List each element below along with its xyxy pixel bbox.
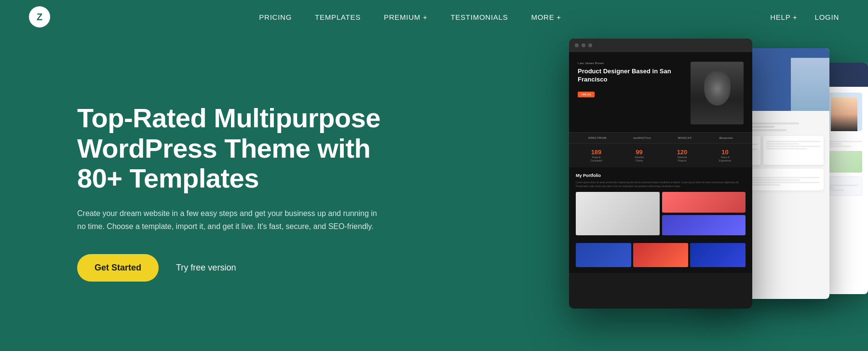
nav-help[interactable]: HELP + (770, 13, 797, 21)
stat-1: 189 ProjectsCompleted (575, 148, 618, 162)
inner-logo-2: moDUCTno (633, 136, 651, 139)
inner-stats: 189 ProjectsCompleted 99 SatisfiedClient… (569, 144, 752, 167)
try-free-button[interactable]: Try free version (176, 263, 236, 273)
browser-content: I am James Brown Product Designer Based … (569, 52, 752, 273)
stat-label-3: SelectedProjects (661, 156, 704, 162)
hero-mockup: I am James Brown Product Designer Based … (453, 24, 868, 351)
inner-title: Product Designer Based in San Francisco (578, 68, 686, 84)
side1-person (791, 58, 829, 111)
browser-dot-green (588, 43, 592, 47)
portfolio-item-2 (662, 192, 746, 213)
portfolio-title: My Portfolio (576, 173, 746, 178)
get-started-button[interactable]: Get Started (77, 254, 159, 282)
nav-pricing[interactable]: PRICING (259, 13, 292, 21)
nav-more[interactable]: MORE + (531, 13, 561, 21)
hero-buttons: Get Started Try free version (77, 254, 415, 282)
inner-thumbs (569, 241, 752, 273)
inner-logos: SPECTRUM moDUCTno MOSCAT. Bespoke (569, 132, 752, 144)
nav-templates[interactable]: TEMPLATES (315, 13, 361, 21)
stat-num-4: 10 (704, 148, 746, 156)
thumb-1 (576, 243, 631, 267)
inner-portfolio: My Portfolio Lorem ipsum dolor sit amet … (569, 167, 752, 241)
stat-2: 99 SatisfiedClients (618, 148, 661, 162)
browser-bar (569, 39, 752, 52)
side2-grid-item-3 (829, 151, 862, 173)
thumb-3 (690, 243, 746, 267)
hero-title: Top-Rated Multipurpose WordPress Theme w… (77, 103, 415, 194)
nav-premium[interactable]: PREMIUM + (384, 13, 428, 21)
face-silhouette (691, 62, 744, 124)
brand-logo[interactable]: Z (29, 6, 50, 27)
navbar: Z PRICING TEMPLATES PREMIUM + TESTIMONIA… (0, 0, 868, 34)
stat-3: 120 SelectedProjects (661, 148, 704, 162)
side2-person (831, 97, 857, 131)
portfolio-grid (576, 192, 746, 235)
stat-num-1: 189 (575, 148, 618, 156)
inner-logo-4: Bespoke (719, 136, 733, 139)
hero-subtitle: Create your dream website in a few easy … (77, 207, 386, 233)
inner-logo-1: SPECTRUM (588, 136, 607, 139)
browser-dot-red (575, 43, 579, 47)
stat-label-1: ProjectsCompleted (575, 156, 618, 162)
nav-testimonials[interactable]: TESTIMONIALS (450, 13, 508, 21)
stat-4: 10 Years ofExperience (704, 148, 746, 162)
inner-hero-image (691, 62, 744, 124)
portfolio-desc: Lorem ipsum dolor sit amet consectetur a… (576, 181, 746, 188)
inner-hero-text: I am James Brown Product Designer Based … (578, 62, 686, 124)
stat-num-3: 120 (661, 148, 704, 156)
hero-content: Top-Rated Multipurpose WordPress Theme w… (77, 103, 415, 282)
thumb-2 (633, 243, 689, 267)
stat-num-2: 99 (618, 148, 661, 156)
hero-section: Top-Rated Multipurpose WordPress Theme w… (0, 34, 868, 351)
portfolio-item-3 (662, 215, 746, 236)
stat-label-4: Years ofExperience (704, 156, 746, 162)
side1-card-2 (763, 136, 824, 165)
inner-eyebrow: I am James Brown (578, 62, 686, 65)
portfolio-item-1 (576, 192, 660, 235)
stat-label-2: SatisfiedClients (618, 156, 661, 162)
side1-card-lines-2 (766, 141, 821, 149)
nav-login[interactable]: LOGIN (815, 13, 839, 21)
nav-center: PRICING TEMPLATES PREMIUM + TESTIMONIALS… (259, 13, 561, 21)
nav-right: HELP + LOGIN (770, 13, 839, 21)
inner-cta: HIRE ME (578, 92, 595, 97)
inner-hero: I am James Brown Product Designer Based … (569, 52, 752, 132)
inner-logo-3: MOSCAT. (678, 136, 692, 139)
browser-dot-yellow (582, 43, 585, 47)
logo-letter: Z (37, 12, 42, 23)
browser-main: I am James Brown Product Designer Based … (569, 39, 752, 309)
